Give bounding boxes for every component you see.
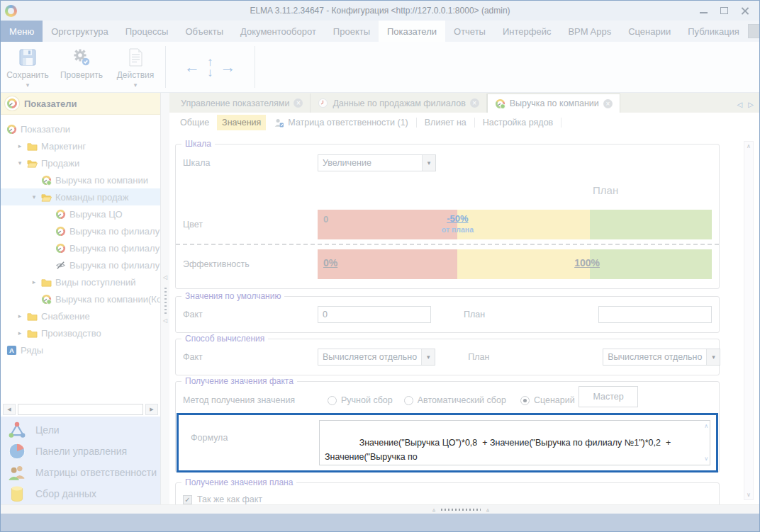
master-button[interactable]: Мастер — [579, 386, 638, 407]
tab-scroll-prev-icon[interactable]: ◁ — [737, 101, 743, 108]
nav-item-responsibility-matrices[interactable]: Матрицы ответственности — [8, 462, 160, 483]
tab-scroll-next-icon[interactable]: ▷ — [748, 101, 754, 108]
nav-item-data-collection[interactable]: Сбор данных — [8, 483, 160, 504]
sidebar-splitter[interactable]: ◁ ◁ — [161, 93, 169, 504]
tree-item-marketing[interactable]: ▸ Маркетинг — [1, 137, 160, 154]
nav-item-goals[interactable]: Цели — [8, 419, 160, 441]
fact-calc-select[interactable]: Вычисляется отдельно ▾ — [318, 349, 435, 366]
tree-item-revenue-co[interactable]: Выручка ЦО — [1, 205, 160, 222]
radio-manual-label[interactable]: Ручной сбор — [341, 395, 393, 405]
subtab-series-settings[interactable]: Настройка рядов — [478, 115, 558, 130]
expander-collapsed-icon[interactable]: ▸ — [16, 312, 23, 319]
tree-item-company-revenue-copy[interactable]: Выручка по компании(Копия — [1, 290, 160, 307]
radio-script-label[interactable]: Сценарий — [534, 395, 575, 405]
scale-select[interactable]: Увеличение ▾ — [318, 154, 436, 171]
menu-item-reports[interactable]: Отчеты — [445, 21, 494, 42]
scrollbar-track[interactable] — [18, 404, 143, 415]
menu-item-docflow[interactable]: Документооборот — [232, 21, 325, 42]
splitter-collapse-icon[interactable]: ▵ — [432, 506, 435, 513]
nav-item-dashboards[interactable]: Панели управления — [8, 441, 160, 462]
plan-default-input[interactable] — [598, 306, 712, 323]
tree-item-indicators-root[interactable]: Показатели — [1, 120, 160, 137]
fact-default-input[interactable]: 0 — [318, 306, 431, 323]
menu-item-bpm-apps[interactable]: BPM Apps — [559, 21, 620, 42]
menu-item-menu[interactable]: Меню — [1, 21, 43, 42]
actions-button[interactable]: Действия ▾ — [108, 42, 162, 92]
expander-collapsed-icon[interactable]: ▸ — [16, 329, 23, 336]
tree-item-revenue-branch2-hidden[interactable]: Выручка по филиалу №2 — [1, 256, 160, 273]
scroll-left-icon[interactable]: ◀ — [3, 404, 16, 415]
collapse-left-icon[interactable]: ◁ — [163, 317, 167, 324]
check-button[interactable]: Проверить — [55, 42, 108, 92]
nav-down-icon[interactable]: ↓ — [207, 67, 213, 78]
close-icon[interactable] — [741, 6, 749, 15]
tree-item-revenue-branch2[interactable]: Выручка по филиалу №2 — [1, 239, 160, 256]
maximize-icon[interactable] — [720, 7, 728, 14]
menu-item-scripts[interactable]: Сценарии — [620, 21, 679, 42]
efficiency-start-link[interactable]: 0% — [323, 257, 337, 268]
radio-manual[interactable] — [328, 396, 337, 405]
tree-item-sales[interactable]: ▾ Продажи — [1, 154, 160, 171]
subtab-responsibility-matrix[interactable]: Матрица ответственности (1) — [269, 115, 413, 131]
scroll-down-icon[interactable]: ∨ — [747, 492, 751, 498]
efficiency-scale-bar[interactable]: 0% 100% — [318, 249, 712, 279]
tab-indicator-management[interactable]: Управление показателями × — [174, 94, 311, 113]
splitter-handle[interactable] — [441, 509, 481, 511]
menu-item-objects[interactable]: Объекты — [177, 21, 232, 42]
radio-automatic-label[interactable]: Автоматический сбор — [418, 395, 506, 405]
minimize-icon[interactable] — [700, 8, 708, 13]
scroll-down-icon[interactable]: ∨ — [704, 455, 708, 463]
radio-script[interactable] — [520, 396, 530, 405]
tab-close-icon[interactable]: × — [470, 98, 479, 108]
menu-item-publication[interactable]: Публикация — [679, 21, 748, 42]
radio-automatic[interactable] — [404, 396, 413, 405]
splitter-collapse-icon[interactable]: ▵ — [486, 506, 489, 513]
expander-collapsed-icon[interactable]: ▸ — [16, 142, 23, 149]
menu-item-interface[interactable]: Интерфейс — [494, 21, 559, 42]
tab-close-icon[interactable]: × — [294, 98, 303, 108]
scroll-right-icon[interactable]: ▶ — [145, 404, 158, 415]
color-scale-bar[interactable]: 0 -50% от плана — [318, 210, 712, 239]
scale-segment-green[interactable] — [590, 249, 712, 279]
horizontal-splitter[interactable]: ▵ ▵ — [1, 504, 759, 514]
scale-segment-green[interactable] — [590, 210, 712, 239]
same-as-fact-label[interactable]: Так же как факт — [197, 494, 262, 504]
tree-item-company-revenue[interactable]: Выручка по компании — [1, 171, 160, 188]
menu-item-indicators[interactable]: Показатели — [379, 21, 445, 42]
threshold-link-value[interactable]: -50% — [447, 213, 468, 224]
formula-input[interactable]: Значение("Выручка ЦО")*0,8 + Значение("В… — [319, 420, 710, 465]
scale-segment-red[interactable] — [318, 249, 457, 279]
nav-right-icon[interactable]: → — [220, 58, 236, 77]
content-scrollbar[interactable]: ∧ ∨ — [744, 141, 754, 500]
same-as-fact-checkbox[interactable]: ✓ — [183, 495, 192, 504]
expander-collapsed-icon[interactable]: ▸ — [30, 278, 38, 285]
scroll-up-icon[interactable]: ∧ — [704, 422, 708, 431]
tree-item-income-types[interactable]: ▸ Виды поступлений — [1, 273, 160, 290]
tree-item-supply[interactable]: ▸ Снабжение — [1, 307, 160, 324]
tab-company-revenue[interactable]: Выручка по компании × — [487, 94, 620, 113]
tree-item-series[interactable]: A Ряды — [1, 341, 160, 358]
subtab-affects[interactable]: Влияет на — [420, 115, 471, 130]
menu-item-processes[interactable]: Процессы — [117, 21, 177, 42]
subtab-general[interactable]: Общие — [175, 115, 214, 130]
efficiency-end-link[interactable]: 100% — [574, 257, 600, 268]
menu-item-projects[interactable]: Проекты — [325, 21, 379, 42]
tab-close-icon[interactable]: × — [603, 99, 613, 108]
tree-item-sales-teams[interactable]: ▾ Команды продаж — [1, 188, 160, 205]
splitter-handle[interactable] — [164, 288, 167, 315]
scroll-up-icon[interactable]: ∧ — [747, 143, 751, 149]
scale-segment-yellow[interactable] — [457, 210, 589, 239]
scale-segment-yellow[interactable] — [457, 249, 589, 279]
collapse-left-icon[interactable]: ◁ — [163, 274, 167, 281]
nav-left-icon[interactable]: ← — [184, 58, 200, 77]
expander-expanded-icon[interactable]: ▾ — [16, 159, 23, 166]
menu-item-orgstructure[interactable]: Оргструктура — [43, 21, 117, 42]
save-button[interactable]: Сохранить ▾ — [1, 42, 55, 92]
plan-calc-select[interactable]: Вычисляется отдельно ▾ — [603, 349, 720, 366]
scale-segment-red[interactable] — [318, 210, 457, 239]
tree-item-production[interactable]: ▸ Производство — [1, 324, 160, 341]
threshold-link[interactable]: -50% от плана — [442, 213, 474, 234]
expander-expanded-icon[interactable]: ▾ — [30, 193, 38, 200]
tree-item-revenue-branch1[interactable]: Выручка по филиалу №1 — [1, 222, 160, 239]
tab-branch-sales-data[interactable]: Данные по продажам филиалов × — [311, 94, 486, 113]
